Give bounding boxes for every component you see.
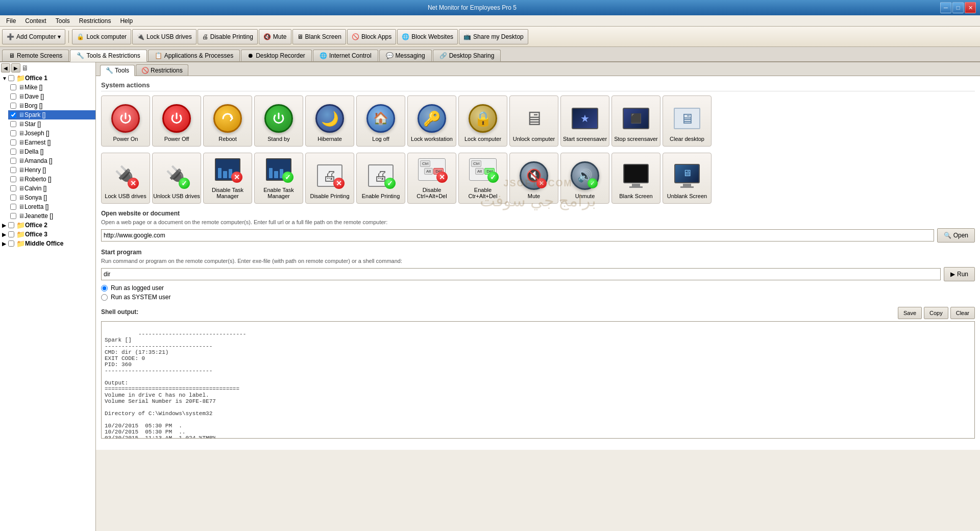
close-button[interactable]: ✕ <box>965 2 976 13</box>
run-as-system-radio[interactable] <box>101 294 108 301</box>
sidebar-item-borg[interactable]: 🖥 Borg [] <box>8 101 95 110</box>
loretta-checkbox[interactable] <box>10 204 16 210</box>
sidebar-item-sonya[interactable]: 🖥 Sonya [] <box>8 193 95 202</box>
sidebar-item-amanda[interactable]: 🖥 Amanda [] <box>8 156 95 165</box>
office1-checkbox[interactable] <box>8 75 14 81</box>
spark-checkbox[interactable] <box>10 112 16 118</box>
sidebar-item-jeanette[interactable]: 🖥 Jeanette [] <box>8 211 95 221</box>
middle-office-checkbox[interactable] <box>8 240 14 247</box>
run-as-system-option[interactable]: Run as SYSTEM user <box>101 294 975 301</box>
tab-internet-control[interactable]: 🌐 Internet Control <box>313 50 378 61</box>
sidebar-item-mike[interactable]: 🖥 Mike [] <box>8 83 95 92</box>
open-website-input[interactable] <box>101 229 934 242</box>
inner-tab-restrictions[interactable]: 🚫 Restrictions <box>136 64 188 76</box>
unmute-button[interactable]: 🔊 ✓ Unmute <box>560 153 609 204</box>
lock-computer-button[interactable]: 🔒 Lock computer <box>72 29 131 44</box>
amanda-checkbox[interactable] <box>10 158 16 164</box>
run-button[interactable]: ▶ Run <box>944 267 975 281</box>
sidebar-item-loretta[interactable]: 🖥 Loretta [] <box>8 202 95 211</box>
sidebar-item-spark[interactable]: 🖥 Spark [] <box>8 110 95 119</box>
menu-context[interactable]: Context <box>21 16 50 26</box>
mute-action-button[interactable]: 🔇 ✕ Mute <box>509 153 558 204</box>
tab-tools-restrictions[interactable]: 🔧 Tools & Restrictions <box>70 50 146 62</box>
lock-workstation-button[interactable]: 🔑 Lock workstation <box>407 95 456 147</box>
earnest-checkbox[interactable] <box>10 139 16 146</box>
henry-checkbox[interactable] <box>10 167 16 173</box>
sidebar-item-star[interactable]: 🖥 Star [] <box>8 119 95 129</box>
della-checkbox[interactable] <box>10 149 16 155</box>
sidebar-item-office3[interactable]: ▶ 📁 Office 3 <box>0 230 95 239</box>
block-apps-button[interactable]: 🚫 Block Apps <box>347 29 396 44</box>
sidebar-item-middle-office[interactable]: ▶ 📁 Middle Office <box>0 239 95 248</box>
mike-checkbox[interactable] <box>10 84 16 90</box>
menu-restrictions[interactable]: Restrictions <box>75 16 115 26</box>
dave-checkbox[interactable] <box>10 93 16 100</box>
office2-checkbox[interactable] <box>8 222 14 228</box>
menu-tools[interactable]: Tools <box>52 16 74 26</box>
run-as-logged-user-radio[interactable] <box>101 285 108 292</box>
disable-taskmgr-button[interactable]: ✕ Disable Task Manager <box>203 153 252 204</box>
sidebar-item-earnest[interactable]: 🖥 Earnest [] <box>8 138 95 147</box>
stop-screensaver-button[interactable]: ⬛ Stop screensaver <box>611 95 660 147</box>
mute-button[interactable]: 🔇 Mute <box>259 29 291 44</box>
blank-screen-button[interactable]: 🖥 Blank Screen <box>292 29 346 44</box>
sidebar-item-della[interactable]: 🖥 Della [] <box>8 147 95 156</box>
tab-applications[interactable]: 📋 Applications & Processes <box>148 50 240 61</box>
standby-button[interactable]: Stand by <box>254 95 303 147</box>
nav-back-button[interactable]: ◀ <box>1 63 10 73</box>
sidebar-item-office2[interactable]: ▶ 📁 Office 2 <box>0 221 95 230</box>
block-websites-button[interactable]: 🌐 Block Websites <box>397 29 458 44</box>
lock-usb-button[interactable]: 🔌 Lock USB drives <box>132 29 197 44</box>
save-button[interactable]: Save <box>898 307 922 319</box>
star-checkbox[interactable] <box>10 121 16 127</box>
shell-output-area[interactable]: -------------------------------- Spark [… <box>101 321 975 439</box>
lock-usb-action-button[interactable]: 🔌 ✕ Lock USB drives <box>101 153 150 204</box>
sidebar-item-dave[interactable]: 🖥 Dave [] <box>8 92 95 101</box>
hibernate-button[interactable]: 🌙 Hibernate <box>305 95 354 147</box>
sidebar-item-joseph[interactable]: 🖥 Joseph [] <box>8 129 95 138</box>
disable-cad-button[interactable]: Ctrl Alt Del ✕ Disable Ctrl+Al <box>407 153 456 204</box>
minimize-button[interactable]: ─ <box>940 2 951 13</box>
start-program-input[interactable] <box>101 268 941 280</box>
share-desktop-button[interactable]: 📺 Share my Desktop <box>459 29 528 44</box>
unblank-screen-button[interactable]: 🖥 Unblank Screen <box>663 153 712 204</box>
tab-remote-screens[interactable]: 🖥 Remote Screens <box>2 50 69 61</box>
enable-cad-button[interactable]: Ctrl Alt Del ✓ Enable Ctr+Alt+ <box>458 153 507 204</box>
blank-screen-action-button[interactable]: Blank Screen <box>611 153 660 204</box>
unlock-usb-button[interactable]: 🔌 ✓ Unlock USB drives <box>152 153 201 204</box>
inner-tab-tools[interactable]: 🔧 Tools <box>100 65 135 76</box>
nav-forward-button[interactable]: ▶ <box>11 63 20 73</box>
enable-printing-button[interactable]: 🖨 ✓ Enable Printing <box>356 153 405 204</box>
power-on-button[interactable]: Power On <box>101 95 150 147</box>
start-screensaver-button[interactable]: ★ Start screensaver <box>560 95 609 147</box>
copy-button[interactable]: Copy <box>924 307 948 319</box>
add-computer-button[interactable]: ➕ Add Computer ▾ <box>2 29 65 44</box>
disable-printing-action-button[interactable]: 🖨 ✕ Disable Printing <box>305 153 354 204</box>
office3-checkbox[interactable] <box>8 231 14 237</box>
calvin-checkbox[interactable] <box>10 185 16 191</box>
borg-checkbox[interactable] <box>10 103 16 109</box>
sidebar-item-roberto[interactable]: 🖥 Roberto [] <box>8 175 95 184</box>
menu-help[interactable]: Help <box>116 16 137 26</box>
run-as-logged-user-option[interactable]: Run as logged user <box>101 284 975 292</box>
logoff-button[interactable]: 🏠 Log off <box>356 95 405 147</box>
tab-desktop-sharing[interactable]: 🔗 Desktop Sharing <box>433 50 501 61</box>
menu-file[interactable]: File <box>2 16 20 26</box>
maximize-button[interactable]: □ <box>952 2 964 13</box>
joseph-checkbox[interactable] <box>10 130 16 136</box>
unlock-computer-button[interactable]: 🖥 Unlock computer <box>509 95 558 147</box>
lock-computer-action-button[interactable]: 🔒 Lock computer <box>458 95 507 147</box>
clear-desktop-button[interactable]: 🖥 Clear desktop <box>663 95 712 147</box>
sonya-checkbox[interactable] <box>10 195 16 201</box>
roberto-checkbox[interactable] <box>10 176 16 182</box>
jeanette-checkbox[interactable] <box>10 213 16 219</box>
enable-taskmgr-button[interactable]: ✓ Enable Task Manager <box>254 153 303 204</box>
disable-printing-button[interactable]: 🖨 Disable Printing <box>198 29 258 44</box>
tab-desktop-recorder[interactable]: ⏺ Desktop Recorder <box>241 50 312 61</box>
power-off-button[interactable]: Power Off <box>152 95 201 147</box>
reboot-button[interactable]: Reboot <box>203 95 252 147</box>
sidebar-item-office1[interactable]: ▼ 📁 Office 1 <box>0 74 95 83</box>
clear-button[interactable]: Clear <box>950 307 975 319</box>
open-button[interactable]: 🔍 Open <box>937 228 975 243</box>
sidebar-item-henry[interactable]: 🖥 Henry [] <box>8 165 95 175</box>
